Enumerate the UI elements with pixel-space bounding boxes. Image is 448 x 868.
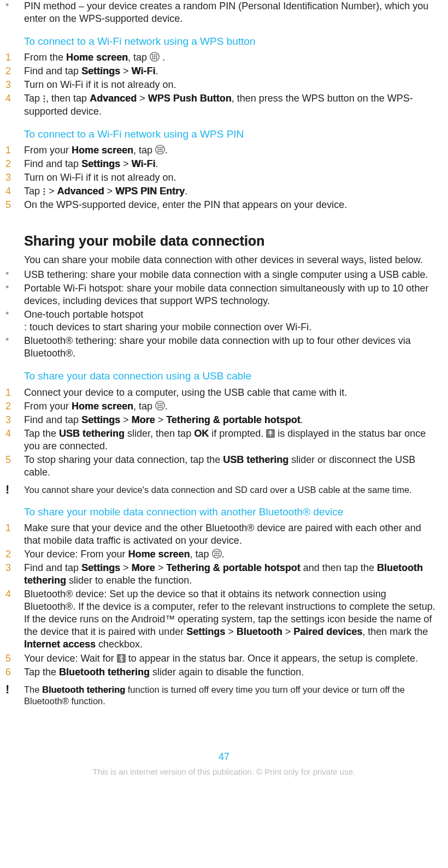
step-number: 3	[5, 414, 24, 426]
step-number: 6	[5, 666, 24, 679]
page-number: 47	[5, 751, 443, 763]
step-number: 2	[5, 65, 24, 78]
step-text: From your Home screen, tap .	[24, 400, 443, 413]
usb-tether-icon	[266, 429, 275, 438]
step-text: From your Home screen, tap .	[24, 144, 443, 157]
step-number: 3	[5, 79, 24, 91]
step-number: 3	[5, 171, 24, 184]
step-text: Find and tap Settings > Wi-Fi.	[24, 65, 443, 78]
step-number: 2	[5, 400, 24, 413]
step-text: Your device: Wait for to appear in the s…	[24, 652, 443, 665]
step-text: Connect your device to a computer, using…	[24, 387, 443, 399]
apps-icon	[155, 145, 165, 154]
step-text: Tap > Advanced > WPS PIN Entry.	[24, 185, 443, 198]
bullet-marker: •	[5, 0, 24, 25]
bullet-text: Portable Wi-Fi hotspot: share your mobil…	[24, 282, 443, 307]
step-text: Turn on Wi-Fi if it is not already on.	[24, 79, 443, 91]
apps-icon	[155, 401, 165, 411]
note-text: The Bluetooth tethering function is turn…	[24, 684, 443, 707]
note-text: You cannot share your device's data conn…	[24, 484, 443, 496]
attention-icon: !	[5, 684, 24, 707]
bullet-text: USB tethering: share your mobile data co…	[24, 269, 443, 281]
bullet-marker: •	[5, 335, 24, 360]
step-number: 1	[5, 144, 24, 157]
step-number: 4	[5, 185, 24, 198]
section-heading-sharing: Sharing your mobile data connection	[24, 232, 443, 249]
subhead-usb: To share your data connection using a US…	[24, 370, 443, 383]
step-text: Find and tap Settings > Wi-Fi.	[24, 158, 443, 170]
step-text: Make sure that your device and the other…	[24, 522, 443, 547]
bullet-text: PIN method – your device creates a rando…	[24, 0, 443, 25]
step-text: Find and tap Settings > More > Tethering…	[24, 562, 443, 587]
subhead-wps-button: To connect to a Wi-Fi network using a WP…	[24, 35, 443, 48]
apps-icon	[150, 52, 160, 62]
step-text: Turn on Wi-Fi if it is not already on.	[24, 171, 443, 184]
subhead-wps-pin: To connect to a Wi-Fi network using a WP…	[24, 128, 443, 141]
step-text: Bluetooth® device: Set up the device so …	[24, 588, 443, 651]
step-number: 2	[5, 548, 24, 561]
step-number: 5	[5, 454, 24, 479]
apps-icon	[212, 549, 222, 558]
bt-tether-icon	[117, 654, 126, 663]
bullet-marker: •	[5, 308, 24, 334]
step-text: To stop sharing your data connection, ta…	[24, 454, 443, 479]
step-number: 4	[5, 92, 24, 117]
footer-text: This is an internet version of this publ…	[5, 766, 443, 777]
step-number: 1	[5, 522, 24, 547]
step-number: 4	[5, 427, 24, 453]
paragraph: You can share your mobile data connectio…	[24, 254, 443, 266]
step-text: On the WPS-supported device, enter the P…	[24, 199, 443, 211]
step-number: 1	[5, 51, 24, 64]
step-text: Your device: From your Home screen, tap …	[24, 548, 443, 561]
bullet-text: Bluetooth® tethering: share your mobile …	[24, 335, 443, 360]
bullet-marker: •	[5, 282, 24, 307]
bullet-text: One-touch portable hotspot: touch device…	[24, 308, 443, 334]
step-text: Tap the Bluetooth tethering slider again…	[24, 666, 443, 679]
step-text: Find and tap Settings > More > Tethering…	[24, 414, 443, 426]
step-number: 4	[5, 588, 24, 651]
attention-icon: !	[5, 484, 24, 496]
step-number: 3	[5, 562, 24, 587]
step-text: From the Home screen, tap .	[24, 51, 443, 64]
step-text: Tap , then tap Advanced > WPS Push Butto…	[24, 92, 443, 117]
step-number: 1	[5, 387, 24, 399]
step-text: Tap the USB tethering slider, then tap O…	[24, 427, 443, 453]
bullet-marker: •	[5, 269, 24, 281]
step-number: 5	[5, 652, 24, 665]
step-number: 2	[5, 158, 24, 170]
step-number: 5	[5, 199, 24, 211]
subhead-bt: To share your mobile data connection wit…	[24, 506, 443, 519]
